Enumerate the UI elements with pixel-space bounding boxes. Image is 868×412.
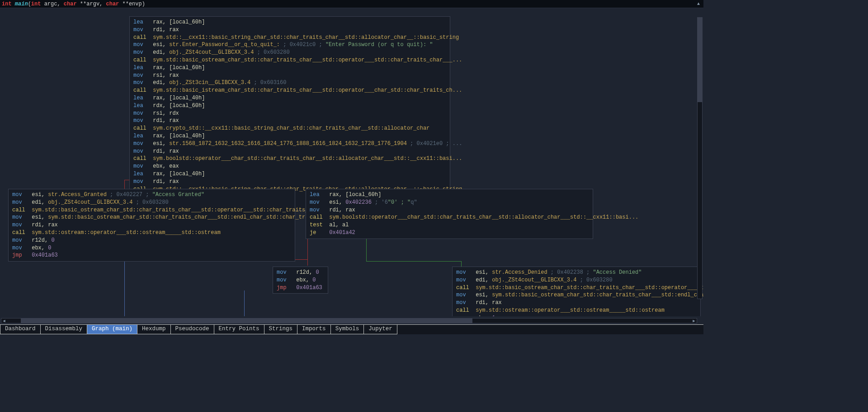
asm-line: lea rdx, [local_60h] xyxy=(133,102,446,110)
asm-line: mov esi, str.Enter_Password__or_q_to_qui… xyxy=(133,41,446,49)
asm-line: test al, al xyxy=(310,221,589,229)
asm-line: mov esi, str.Access_Denied ; 0x402238 ; … xyxy=(456,269,697,276)
asm-line: call sym.std::__cxx11::basic_string_char… xyxy=(133,34,446,42)
asm-line: call sym.std::ostream::operator___std::o… xyxy=(12,229,291,237)
asm-line: mov ebx, eax xyxy=(133,163,446,170)
asm-line: mov edi, obj._ZSt4cout__GLIBCXX_3.4 ; 0x… xyxy=(133,49,446,56)
titlebar: int main(int argc, char **argv, char **e… xyxy=(0,0,703,8)
scroll-up-arrow[interactable]: ▲ xyxy=(697,1,702,6)
asm-line: jmp 0x401a63 xyxy=(12,252,291,259)
asm-line: mov ebx, 0 xyxy=(277,276,324,284)
tab-graph-main-[interactable]: Graph (main) xyxy=(87,325,137,334)
asm-line: call sym.std::basic_ostream_char_std::ch… xyxy=(133,56,446,64)
tab-imports[interactable]: Imports xyxy=(297,325,331,334)
scrollbar-thumb[interactable] xyxy=(21,318,473,323)
asm-line: mov esi, str.1568_1872_1632_1632_1616_18… xyxy=(133,140,446,148)
asm-line: mov rdi, rax xyxy=(133,26,446,34)
asm-line: lea rax, [local_60h] xyxy=(310,191,589,199)
asm-line: mov rdi, rax xyxy=(310,206,589,214)
asm-line: mov esi, sym.std::basic_ostream_char_std… xyxy=(12,214,291,221)
tab-entry-points[interactable]: Entry Points xyxy=(214,325,264,334)
tab-hexdump[interactable]: Hexdump xyxy=(137,325,171,334)
asm-line: mov rsi, rax xyxy=(133,72,446,80)
asm-line: mov rsi, rdx xyxy=(133,110,446,117)
asm-line: mov edi, obj._ZSt4cout__GLIBCXX_3.4 ; 0x… xyxy=(12,199,291,206)
asm-line: mov rdi, rax xyxy=(12,221,291,229)
asm-line: mov rdi, rax xyxy=(133,148,446,155)
asm-line: lea rax, [local_40h] xyxy=(133,132,446,140)
asm-line: mov ebx, 1 xyxy=(456,314,697,316)
vertical-scrollbar[interactable] xyxy=(697,17,703,299)
asm-line: mov esi, 0x402236 ; '6"0' ; "q" xyxy=(310,199,589,206)
horizontal-scrollbar[interactable]: ◀ ▶ xyxy=(1,318,697,323)
tab-disassembly[interactable]: Disassembly xyxy=(40,325,88,334)
basic-block-jmp[interactable]: mov r12d, 0mov ebx, 0jmp 0x401a63 xyxy=(273,267,328,294)
asm-line: call sym.std::basic_ostream_char_std::ch… xyxy=(12,206,291,214)
asm-line: mov rdi, rax xyxy=(133,178,446,186)
asm-line: mov edi, obj._ZSt3cin__GLIBCXX_3.4 ; 0x6… xyxy=(133,79,446,87)
tab-jupyter[interactable]: Jupyter xyxy=(363,325,397,334)
asm-line: mov r12d, 0 xyxy=(277,269,324,276)
asm-line: mov esi, sym.std::basic_ostream_char_std… xyxy=(456,291,697,299)
asm-line: mov edi, obj._ZSt4cout__GLIBCXX_3.4 ; 0x… xyxy=(456,276,697,284)
asm-line: lea rax, [local_40h] xyxy=(133,94,446,102)
asm-line: je 0x401a42 xyxy=(310,229,589,237)
scroll-right-arrow[interactable]: ▶ xyxy=(691,318,697,323)
asm-line: jmp 0x401a63 xyxy=(277,284,324,292)
basic-block-denied[interactable]: mov esi, str.Access_Denied ; 0x402238 ; … xyxy=(452,267,701,316)
asm-line: lea rax, [local_60h] xyxy=(133,64,446,72)
asm-line: lea rax, [local_40h] xyxy=(133,170,446,178)
graph-canvas[interactable]: lea rax, [local_60h]mov rdi, raxcall sym… xyxy=(0,8,703,316)
basic-block-quit[interactable]: lea rax, [local_60h]mov esi, 0x402236 ; … xyxy=(306,189,593,239)
asm-line: call sym.std::basic_istream_char_std::ch… xyxy=(133,87,446,94)
tab-strings[interactable]: Strings xyxy=(264,325,298,334)
scrollbar-thumb[interactable] xyxy=(698,18,702,102)
asm-line: mov r12d, 0 xyxy=(12,237,291,244)
asm-line: mov ebx, 0 xyxy=(12,244,291,252)
asm-line: call sym.std::basic_ostream_char_std::ch… xyxy=(456,284,697,292)
asm-line: call sym.std::ostream::operator___std::o… xyxy=(456,307,697,314)
tab-dashboard[interactable]: Dashboard xyxy=(0,325,41,334)
basic-block-main[interactable]: lea rax, [local_60h]mov rdi, raxcall sym… xyxy=(129,16,450,211)
asm-line: mov rdi, rax xyxy=(133,117,446,125)
asm-line: call sym.boolstd::operator___char_std::c… xyxy=(310,214,589,221)
scroll-left-arrow[interactable]: ◀ xyxy=(1,318,7,323)
asm-line: call sym.crypto_std::__cxx11::basic_stri… xyxy=(133,125,446,132)
asm-line: mov rdi, rax xyxy=(456,299,697,307)
bottom-tabs: DashboardDisassemblyGraph (main)HexdumpP… xyxy=(0,324,703,334)
asm-line: lea rax, [local_60h] xyxy=(133,19,446,26)
tab-symbols[interactable]: Symbols xyxy=(330,325,364,334)
asm-line: call sym.boolstd::operator___char_std::c… xyxy=(133,155,446,163)
asm-line: mov esi, str.Access_Granted ; 0x402227 ;… xyxy=(12,191,291,199)
basic-block-granted[interactable]: mov esi, str.Access_Granted ; 0x402227 ;… xyxy=(8,189,295,262)
tab-pseudocode[interactable]: Pseudocode xyxy=(170,325,214,334)
